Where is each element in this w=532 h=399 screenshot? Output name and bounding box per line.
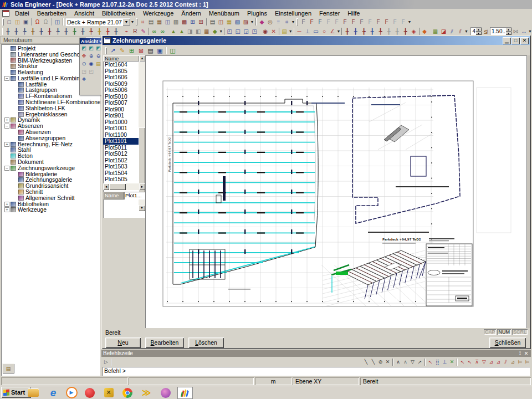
plot-item-plot1502[interactable]: Plot1502 <box>103 157 139 164</box>
tree-item-result-classes[interactable]: Ergebnisklassen <box>1 111 100 117</box>
explorer-folder-icon[interactable] <box>27 387 40 398</box>
node-6-icon[interactable]: ╂ <box>385 28 393 35</box>
gen-3-icon[interactable]: ◨ <box>186 28 194 35</box>
tree-item-drawing-tools[interactable]: −Zeichnungswerkzeuge <box>1 165 100 171</box>
expand-icon[interactable]: + <box>4 207 9 212</box>
slope-2-icon[interactable]: ⫽ <box>456 28 464 35</box>
file-transfer-icon[interactable]: ≫ <box>140 387 153 398</box>
view-F6-icon[interactable]: F <box>341 18 349 26</box>
target-icon[interactable]: ◉ <box>261 28 269 35</box>
line-red-icon[interactable]: ─ <box>295 28 304 35</box>
node-9-icon[interactable]: ◈ <box>410 28 418 35</box>
paste-icon[interactable]: ▥ <box>172 18 180 26</box>
plot-item-plot901[interactable]: Plot901 <box>103 112 139 119</box>
document-icon[interactable]: ▧ <box>233 18 242 26</box>
edit-pencil-icon[interactable]: ✎ <box>117 47 127 55</box>
delete-plot-icon[interactable]: ⊠ <box>136 47 146 55</box>
node-8-icon[interactable]: ╊ <box>401 28 410 35</box>
media-player-icon[interactable]: ▶ <box>65 387 78 398</box>
tree-item-section[interactable]: Schnitt <box>1 189 100 195</box>
plot-item-plot5012[interactable]: Plot5012 <box>103 151 139 157</box>
load-edit-icon[interactable]: ✎ <box>139 28 147 35</box>
drawing-preview[interactable]: Parkdeck +94,97 TeD2Parkdeck +94,97 TeD2 <box>145 55 526 328</box>
snap-x-icon[interactable]: ✕ <box>448 359 456 366</box>
menu-plugins[interactable]: Plugins <box>243 9 271 17</box>
bearbeiten-button[interactable]: Bearbeiten <box>145 337 184 348</box>
plot-item-plot5006[interactable]: Plot5006 <box>103 87 139 94</box>
member-4-icon[interactable]: ╂ <box>29 28 37 35</box>
zoom-doc-icon[interactable]: ◎ <box>266 18 274 26</box>
link-1-icon[interactable]: ∞ <box>150 28 158 35</box>
close-project-icon[interactable]: ◫ <box>53 18 62 26</box>
menu-bearbeiten[interactable]: Bearbeiten <box>33 9 70 17</box>
axis-icon[interactable]: ✥ <box>80 53 88 60</box>
menu-ändern[interactable]: Ändern <box>177 9 204 17</box>
view-F1-icon[interactable]: F <box>299 18 308 26</box>
win-2-icon[interactable]: ◱ <box>234 28 242 35</box>
tree-item-drawing-gallery[interactable]: Zeichnungsgalerie <box>1 177 100 183</box>
tree-item-tools[interactable]: +Werkzeuge <box>1 207 100 213</box>
snap-cursor-icon[interactable]: ↖ <box>427 359 434 366</box>
plot-item-plot1505[interactable]: Plot1505 <box>103 176 139 183</box>
snap-arrow-icon[interactable]: ↗ <box>416 359 423 366</box>
view-F4-icon[interactable]: F <box>324 18 332 26</box>
tree-item-dynamics[interactable]: +Dynamik <box>1 117 100 124</box>
dropdown-caret-icon[interactable]: ▼ <box>219 28 223 35</box>
gen-1-icon[interactable]: ▲ <box>169 28 177 35</box>
member-6-icon[interactable]: ╂ <box>45 28 54 35</box>
menu-hilfe[interactable]: Hilfe <box>344 9 364 17</box>
minimize-icon[interactable]: ▁ <box>503 37 511 44</box>
zoom-all-icon[interactable]: ◉ <box>88 60 95 68</box>
plot-item-plot1604[interactable]: Plot1604 <box>103 62 139 68</box>
tree-item-absences-item[interactable]: Absenzen <box>1 129 100 135</box>
wizard-arrow-icon[interactable]: ↗ <box>108 47 117 55</box>
snap-circle-icon[interactable]: ⊘ <box>377 359 384 366</box>
plot-list-hscrollbar[interactable]: ◄ ► <box>103 183 145 190</box>
pick-cursor-icon[interactable]: ▷ <box>103 359 110 366</box>
dropdown-caret-icon[interactable]: ▼ <box>289 28 293 35</box>
folder-tool-icon[interactable]: ▤ <box>280 28 289 35</box>
status-unit[interactable]: m <box>255 377 291 385</box>
snap-table-icon[interactable]: ⊨ <box>516 359 524 366</box>
tree-item-absences[interactable]: −Absenzen <box>1 123 100 129</box>
prev-view-icon[interactable]: ◳ <box>80 68 88 75</box>
dim-2-icon[interactable]: ↔ <box>520 28 528 35</box>
angle-tool-icon[interactable]: ∠ <box>329 28 337 35</box>
snap-mid-icon[interactable]: ∧ <box>402 359 409 366</box>
paint-icon[interactable]: ◆ <box>258 18 266 26</box>
gen-2-icon[interactable]: ▲ <box>177 28 186 35</box>
open-folder-icon[interactable]: ◫ <box>13 18 22 26</box>
member-8-icon[interactable]: ╂ <box>62 28 70 35</box>
dropdown-caret-icon[interactable]: ▼ <box>528 28 532 35</box>
tree-item-calculation-mesh[interactable]: +Berechnung, FE-Netz <box>1 141 100 147</box>
scroll-left-icon[interactable]: ◄ <box>103 183 109 190</box>
scale-apply-icon[interactable]: ⊴ <box>482 28 490 35</box>
window-new-icon[interactable]: ⊞ <box>188 18 197 26</box>
view-F12-icon[interactable]: F <box>391 18 399 26</box>
window-red-icon[interactable]: ⊞ <box>197 18 205 26</box>
member-7-icon[interactable]: ╄ <box>54 28 62 35</box>
image-doc-icon[interactable]: ▨ <box>242 18 250 26</box>
menu-ansicht[interactable]: Ansicht <box>70 9 98 17</box>
snap-near-icon[interactable]: ↖ <box>466 359 473 366</box>
new-plot-icon[interactable]: ⊞ <box>127 47 136 55</box>
command-input[interactable]: Befehl > <box>103 367 530 376</box>
snap-line-icon[interactable]: ╲ <box>362 359 370 366</box>
view-F2-icon[interactable]: F <box>308 18 316 26</box>
member-14-icon[interactable]: ╂ <box>112 28 120 35</box>
link-2-icon[interactable]: ∞ <box>158 28 167 35</box>
gen-4-icon[interactable]: ◧ <box>194 28 202 35</box>
snap-grid-icon[interactable]: ⣿ <box>434 359 441 366</box>
neu-button[interactable]: Neu <box>105 337 141 348</box>
save-plot-icon[interactable]: ▣ <box>155 47 165 55</box>
box-3d-icon[interactable]: ▦ <box>155 18 163 26</box>
view-F3-icon[interactable]: F <box>316 18 324 26</box>
mdi-document-icon[interactable] <box>2 10 9 17</box>
move-point-icon[interactable]: ◆ <box>421 28 429 35</box>
export-plot-icon[interactable]: ◫ <box>168 47 177 55</box>
member-3-icon[interactable]: ╄ <box>21 28 29 35</box>
dropdown-caret-icon[interactable]: ▼ <box>337 28 341 35</box>
snap-cross-icon[interactable]: ✕ <box>384 359 391 366</box>
utility-gold-icon[interactable]: ✕ <box>102 387 115 398</box>
circle-tool-icon[interactable]: ○ <box>320 28 329 35</box>
